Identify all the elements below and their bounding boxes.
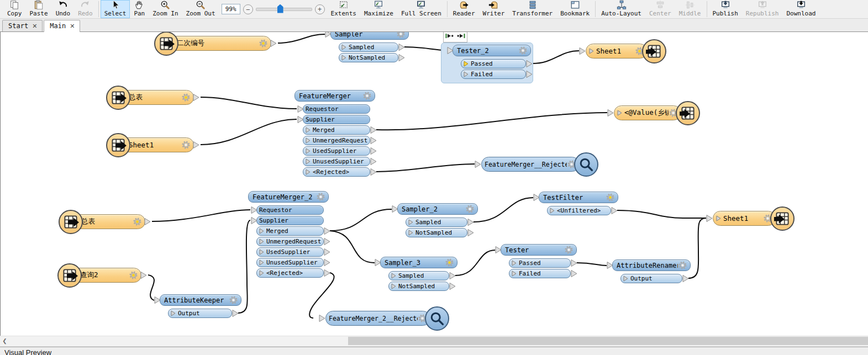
output-connector[interactable] [144, 218, 151, 226]
inspector-magnifier-icon[interactable] [425, 306, 449, 331]
port-passed[interactable]: Passed [461, 59, 526, 68]
wire-tester-2.Passed-to-sheet1-writer-top[interactable] [532, 51, 579, 63]
output-connector[interactable] [140, 271, 147, 279]
tab-close-icon[interactable]: ✕ [32, 23, 37, 30]
writer-node-body[interactable]: <@Value(乡镇)> [614, 105, 681, 120]
scrollbar-thumb[interactable] [348, 337, 868, 345]
reader-table-icon[interactable] [59, 210, 83, 234]
reader-node-body[interactable]: 二次编号 [166, 36, 271, 51]
input-connector[interactable] [607, 261, 613, 269]
toolbar-extents-button[interactable]: Extents [327, 0, 360, 18]
input-connector[interactable] [319, 314, 325, 322]
toolbar-download-button[interactable]: Download [782, 0, 819, 18]
toolbar-publish-button[interactable]: Publish [709, 0, 742, 18]
inspector-node-body[interactable]: FeatureMerger__Rejected_ [481, 157, 580, 172]
tab-close-icon[interactable]: ✕ [70, 23, 75, 30]
transformer-title[interactable]: Sampler_3 [380, 257, 457, 268]
port-sampled[interactable]: Sampled [339, 43, 398, 52]
visual-preview-panel[interactable]: Visual Preview [0, 347, 868, 355]
port-requestor[interactable]: Requestor [303, 104, 370, 114]
transformer-title[interactable]: FeatureMerger_2 [248, 191, 329, 203]
toolbar-undo-button[interactable]: Undo [52, 0, 75, 18]
scroll-left-icon[interactable]: ❮ [0, 336, 9, 346]
zoom-level-value[interactable]: 99% [222, 4, 240, 14]
toolbar-bookmark-button[interactable]: Bookmark [556, 0, 593, 18]
toolbar-select-button[interactable]: Select [101, 0, 130, 18]
input-connector[interactable] [447, 46, 454, 55]
toolbar-reader-button[interactable]: Reader [449, 0, 479, 18]
port-notsampled[interactable]: NotSampled [339, 53, 398, 62]
port-unmergedrequestor[interactable]: UnmergedRequestor [256, 237, 324, 246]
wire-featuremerger.<Rejected>-to-featuremerger-rejected[interactable] [376, 164, 475, 172]
port-notsampled[interactable]: NotSampled [388, 282, 449, 291]
output-connector[interactable] [398, 54, 405, 62]
port-rejected[interactable]: <Rejected> [303, 167, 370, 177]
port-failed[interactable]: Failed [509, 269, 571, 278]
connection-mini-toolbar[interactable] [443, 32, 467, 43]
toolbar-auto-layout-button[interactable]: Auto-Layout [597, 0, 645, 18]
output-connector[interactable] [370, 136, 377, 145]
port-merged[interactable]: Merged [256, 226, 324, 236]
reader-table-icon[interactable] [57, 263, 82, 288]
port-supplier[interactable]: Supplier [303, 115, 370, 124]
transformer-title[interactable]: Tester [501, 244, 577, 256]
port-unusedsupplier[interactable]: UnusedSupplier [256, 258, 324, 267]
reader-table-icon[interactable] [106, 86, 130, 110]
toolbar-zoom-in-button[interactable]: Zoom In [149, 0, 182, 18]
wire-featuremerger-2.Merged-to-sampler-3[interactable] [330, 231, 375, 263]
reader-table-icon[interactable] [154, 32, 178, 56]
port-unfiltered[interactable]: <Unfiltered> [547, 206, 611, 215]
wire-chaxun2-reader-to-attributekeeper[interactable] [148, 275, 154, 300]
inspector-node-body[interactable]: FeatureMerger_2__Rejected_ [325, 311, 430, 326]
output-connector[interactable] [467, 229, 474, 237]
workflow-canvas[interactable]: 二次编号SamplerSampledNotSampledTester_2Pass… [0, 32, 868, 336]
tab-main[interactable]: Main✕ [44, 20, 80, 32]
output-connector[interactable] [370, 147, 377, 155]
writer-table-icon[interactable] [770, 206, 795, 231]
toolbar-maximize-button[interactable]: Maximize [360, 0, 397, 18]
output-connector[interactable] [324, 258, 330, 267]
output-connector[interactable] [324, 269, 330, 277]
transformer-title[interactable]: Tester_2 [453, 45, 531, 56]
output-connector[interactable] [398, 43, 405, 51]
toolbar-copy-button[interactable]: Copy [3, 0, 26, 18]
transformer-title[interactable]: AttributeKeeper [160, 294, 241, 306]
gear-icon[interactable] [316, 192, 325, 202]
input-connector[interactable] [533, 193, 540, 202]
input-connector[interactable] [607, 109, 614, 117]
output-connector[interactable] [270, 39, 277, 47]
output-connector[interactable] [193, 93, 199, 102]
input-connector[interactable] [706, 214, 713, 222]
writer-table-icon[interactable] [642, 39, 666, 63]
output-connector[interactable] [370, 126, 377, 134]
reader-table-icon[interactable] [106, 133, 130, 157]
tab-start[interactable]: Start✕ [2, 20, 43, 31]
input-connector[interactable] [154, 296, 161, 304]
input-connector[interactable] [392, 205, 398, 213]
port-output[interactable]: Output [620, 274, 682, 283]
transformer-title[interactable]: FeatureMerger [294, 90, 375, 102]
output-connector[interactable] [324, 248, 330, 256]
input-connector[interactable] [297, 115, 304, 124]
port-usedsupplier[interactable]: UsedSupplier [256, 247, 324, 257]
gear-icon[interactable] [518, 46, 528, 55]
port-requestor[interactable]: Requestor [256, 205, 324, 215]
port-failed[interactable]: Failed [461, 70, 526, 79]
wire-sampler-3.Sampled-to-tester[interactable] [455, 250, 495, 275]
gear-icon[interactable] [606, 193, 615, 202]
output-connector[interactable] [467, 218, 474, 226]
gear-icon[interactable] [396, 32, 406, 39]
output-connector[interactable] [449, 282, 456, 290]
port-passed[interactable]: Passed [509, 258, 571, 268]
gear-icon[interactable] [465, 204, 475, 214]
writer-node-body[interactable]: Sheet1 [586, 44, 648, 59]
gear-icon[interactable] [229, 295, 238, 305]
output-connector[interactable] [449, 272, 456, 280]
port-sampled[interactable]: Sampled [388, 271, 449, 280]
gear-icon[interactable] [564, 245, 574, 255]
port-unusedsupplier[interactable]: UnusedSupplier [303, 157, 370, 166]
wire-sheet1-reader-to-featuremerger.Supplier[interactable] [201, 119, 297, 145]
input-connector[interactable] [325, 32, 332, 38]
toolbar-writer-button[interactable]: Writer [479, 0, 509, 18]
input-connector[interactable] [495, 246, 502, 254]
